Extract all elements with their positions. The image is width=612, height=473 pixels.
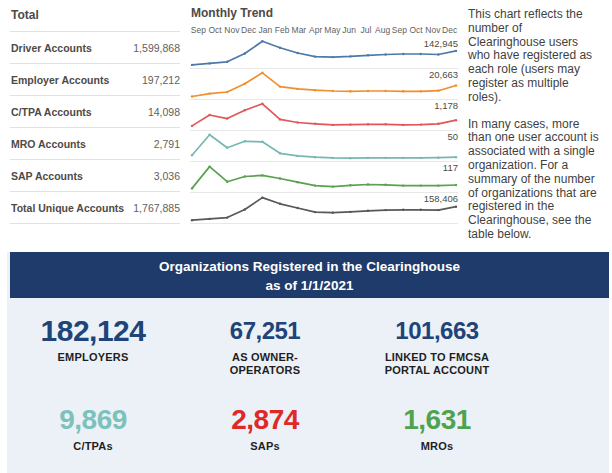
banner-title: Organizations Registered in the Clearing… (10, 257, 609, 276)
series-end-value: 50 (447, 131, 458, 142)
sparkline-driver-accounts: 142,945 (190, 38, 458, 69)
sparkline-sap-accounts: 117 (190, 162, 458, 193)
sparkline-c-tpa-accounts: 1,178 (190, 100, 458, 131)
stat-c-tpas: 9,869C/TPAs (7, 403, 179, 453)
month-tick: Nov (224, 25, 241, 36)
row-value: 1,599,868 (133, 42, 180, 54)
month-tick: Sep (190, 25, 207, 36)
sparkline-bands: 142,94520,6631,17850117158,406 (190, 38, 458, 224)
month-tick: Apr (307, 25, 324, 36)
series-end-value: 117 (443, 162, 458, 173)
row-value: 2,791 (154, 138, 180, 150)
monthly-trend-chart: Monthly Trend SepOctNovDecJanFebMarAprMa… (190, 6, 458, 224)
month-tick: Oct (207, 25, 224, 36)
stat-value: 101,663 (351, 314, 523, 348)
stat-mros: 1,631MROs (351, 403, 523, 453)
totals-table-title: Total (10, 6, 180, 32)
series-end-value: 142,945 (424, 38, 458, 49)
row-label: MRO Accounts (10, 138, 86, 150)
month-tick: Jul (358, 25, 375, 36)
month-tick: Nov (425, 25, 442, 36)
stat-saps: 2,874SAPs (179, 403, 351, 453)
table-row-employer-accounts: Employer Accounts197,212 (10, 64, 180, 96)
month-tick: May (324, 25, 341, 36)
row-label: SAP Accounts (10, 170, 83, 182)
series-end-value: 20,663 (429, 69, 458, 80)
chart-title: Monthly Trend (191, 6, 458, 20)
sparkline-svg (190, 193, 458, 224)
stat-value: 182,124 (7, 314, 179, 348)
table-row-sap-accounts: SAP Accounts3,036 (10, 160, 180, 192)
stat-label: LINKED TO FMCSA PORTAL ACCOUNT (374, 351, 500, 377)
month-tick: Sep (391, 25, 408, 36)
stat-linked-to-fmcsa-portal-account: 101,663LINKED TO FMCSA PORTAL ACCOUNT (351, 314, 523, 377)
row-label: C/TPA Accounts (10, 106, 92, 118)
stat-label: SAPs (202, 440, 328, 453)
stat-label: MROs (374, 440, 500, 453)
sparkline-svg (190, 131, 458, 162)
stat-label: AS OWNER-OPERATORS (202, 351, 328, 377)
org-stats-grid: 182,124EMPLOYERS67,251AS OWNER-OPERATORS… (7, 298, 609, 453)
row-value: 14,098 (148, 106, 180, 118)
accounts-overview-section: Total Driver Accounts1,599,868Employer A… (0, 0, 612, 240)
stat-employers: 182,124EMPLOYERS (7, 314, 179, 377)
sparkline-svg (190, 162, 458, 193)
stat-label: EMPLOYERS (30, 351, 156, 364)
totals-table-rows: Driver Accounts1,599,868Employer Account… (10, 32, 180, 224)
sparkline-total-unique-accounts: 158,406 (190, 193, 458, 224)
month-axis: SepOctNovDecJanFebMarAprMayJunJulAugSepO… (190, 25, 458, 36)
row-label: Employer Accounts (10, 74, 109, 86)
month-tick: Oct (408, 25, 425, 36)
sparkline-svg (190, 69, 458, 100)
stat-value: 2,874 (179, 403, 351, 437)
description-paragraph-1: This chart reflects the number of Cleari… (468, 8, 600, 105)
stat-value: 1,631 (351, 403, 523, 437)
sparkline-svg (190, 100, 458, 131)
series-end-value: 158,406 (424, 193, 458, 204)
stat-value: 67,251 (179, 314, 351, 348)
row-value: 197,212 (142, 74, 180, 86)
table-row-mro-accounts: MRO Accounts2,791 (10, 128, 180, 160)
organizations-banner: Organizations Registered in the Clearing… (10, 252, 609, 298)
banner-subtitle: as of 1/1/2021 (10, 276, 609, 295)
row-label: Driver Accounts (10, 42, 92, 54)
month-tick: Aug (374, 25, 391, 36)
stat-label: C/TPAs (30, 440, 156, 453)
sparkline-svg (190, 38, 458, 69)
stat-value: 9,869 (7, 403, 179, 437)
totals-table: Total Driver Accounts1,599,868Employer A… (10, 6, 180, 224)
table-row-total-unique-accounts: Total Unique Accounts1,767,885 (10, 192, 180, 224)
month-tick: Jan (257, 25, 274, 36)
sparkline-employer-accounts: 20,663 (190, 69, 458, 100)
row-value: 3,036 (154, 170, 180, 182)
sparkline-mro-accounts: 50 (190, 131, 458, 162)
month-tick: Feb (274, 25, 291, 36)
description-paragraph-2: In many cases, more than one user accoun… (468, 118, 600, 242)
chart-description: This chart reflects the number of Cleari… (468, 8, 600, 255)
table-row-driver-accounts: Driver Accounts1,599,868 (10, 32, 180, 64)
series-end-value: 1,178 (434, 100, 458, 111)
month-tick: Dec (240, 25, 257, 36)
stat-as-owner-operators: 67,251AS OWNER-OPERATORS (179, 314, 351, 377)
month-tick: Dec (441, 25, 458, 36)
table-row-c-tpa-accounts: C/TPA Accounts14,098 (10, 96, 180, 128)
month-tick: Jun (341, 25, 358, 36)
row-value: 1,767,885 (133, 202, 180, 214)
month-tick: Mar (291, 25, 308, 36)
organizations-section: Organizations Registered in the Clearing… (7, 252, 609, 473)
row-label: Total Unique Accounts (10, 202, 124, 214)
